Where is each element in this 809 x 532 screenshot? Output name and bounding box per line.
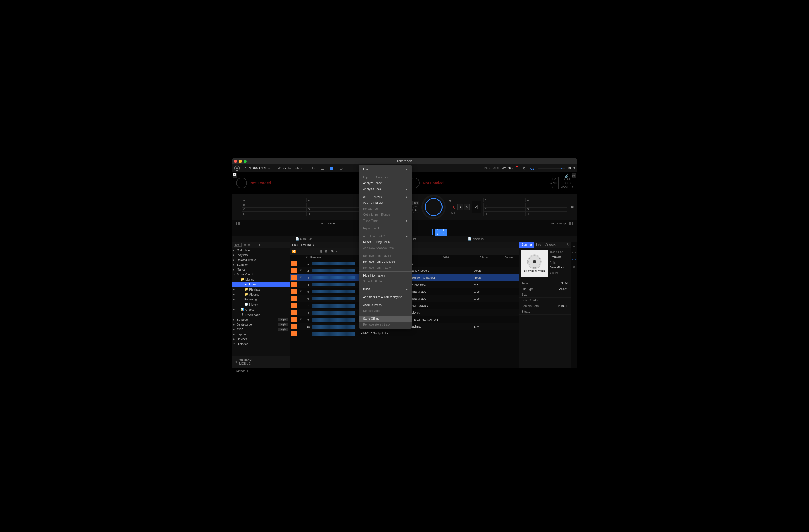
ctx-add-tracks-to-automix-playlist[interactable]: Add tracks to Automix playlist bbox=[359, 294, 412, 300]
link-rail-icon[interactable]: ⧉ bbox=[573, 265, 575, 269]
list-icon[interactable]: ☰▾ bbox=[256, 243, 260, 247]
view-icon-1[interactable]: ▭ bbox=[243, 243, 246, 247]
login-button[interactable]: Log in bbox=[278, 318, 288, 321]
ctx-analyze-track[interactable]: Analyze Track bbox=[359, 180, 412, 186]
tab-summary[interactable]: Summa bbox=[519, 242, 534, 248]
cue-button-2[interactable]: CUE bbox=[412, 200, 419, 206]
sidebar-item-playlists[interactable]: ▶📁Playlists bbox=[232, 287, 290, 292]
list-detail-icon[interactable]: ☰ bbox=[309, 250, 312, 253]
login-button[interactable]: Log in bbox=[278, 328, 288, 331]
master-volume-slider[interactable] bbox=[538, 167, 565, 169]
sidebar-item-collection[interactable]: ▸Collection bbox=[232, 248, 290, 252]
ctx-add-to-playlist[interactable]: Add To Playlist bbox=[359, 194, 412, 200]
ctx-reset-dj-play-count[interactable]: Reset DJ Play Count bbox=[359, 239, 412, 245]
volume-knob-icon[interactable] bbox=[530, 165, 535, 171]
large-art-icon[interactable]: ⊞ bbox=[324, 250, 327, 253]
beat-next-button-2[interactable]: > bbox=[464, 204, 470, 210]
list-simple-icon[interactable]: ☰ bbox=[305, 250, 307, 253]
deck-selector: 12 34 bbox=[435, 229, 447, 235]
shuffle-icon[interactable]: 🔀 bbox=[292, 250, 296, 253]
beat-value-2[interactable]: 4 bbox=[472, 201, 481, 213]
grid-icon-2[interactable]: ⊞ bbox=[570, 204, 575, 210]
sidebar-item-sampler[interactable]: ▶Sampler bbox=[232, 262, 290, 267]
link-icon[interactable]: 🔗 bbox=[564, 173, 570, 179]
sidebar-item-history[interactable]: 🕐History bbox=[232, 302, 290, 307]
info-rail-icon[interactable]: ⓘ bbox=[572, 258, 576, 262]
quantize-button[interactable]: Q bbox=[449, 206, 455, 209]
beat-prev-button-2[interactable]: < bbox=[457, 204, 463, 210]
close-icon[interactable] bbox=[234, 160, 237, 163]
ctx-add-to-tag-list[interactable]: Add To Tag List bbox=[359, 200, 412, 206]
sidebar-item-soundcloud[interactable]: ▼SoundCloud bbox=[232, 272, 290, 277]
sidebar-item-histories[interactable]: ▼Histories bbox=[232, 341, 290, 346]
pad-button[interactable]: PAD bbox=[484, 166, 490, 170]
beat-sync-button[interactable]: BEAT SYNCMASTER bbox=[561, 177, 573, 189]
list-view-toggle-icon[interactable]: ☰ bbox=[572, 237, 575, 241]
ctx-hide-information[interactable]: Hide information bbox=[359, 272, 412, 278]
hotcue-select-1[interactable]: HOT CUE bbox=[320, 222, 336, 225]
jog-wheel-small-1[interactable] bbox=[236, 178, 247, 189]
wave-rail-icon[interactable]: 〰 bbox=[572, 251, 576, 255]
ctx-remove-from-collection[interactable]: Remove from Collection bbox=[359, 259, 412, 265]
ctx-load[interactable]: Load bbox=[359, 166, 412, 172]
gear-icon[interactable]: ⚙ bbox=[521, 165, 527, 171]
sidebar-item-related-tracks[interactable]: ▶Related Tracks bbox=[232, 258, 290, 262]
layout-selector[interactable]: 2Deck Horizontal bbox=[278, 166, 303, 170]
slip-button[interactable]: SLIP bbox=[449, 199, 455, 203]
sidebar-item-itunes[interactable]: ▶iTunes bbox=[232, 267, 290, 272]
track-art-icon bbox=[291, 310, 297, 315]
search-input[interactable]: ▾ bbox=[331, 250, 337, 253]
sidebar-item-downloads[interactable]: ⬇Downloads bbox=[232, 312, 290, 317]
sidebar-item-likes[interactable]: ♥Likes bbox=[232, 282, 290, 287]
view-icon-3[interactable]: ☷ bbox=[252, 243, 255, 247]
tab-info[interactable]: Info bbox=[534, 242, 543, 248]
blank-list-3[interactable]: 📄 blank list bbox=[468, 237, 484, 241]
login-button[interactable]: Log in bbox=[278, 323, 288, 326]
sidebar-item-albums[interactable]: ▶📁Albums bbox=[232, 292, 290, 297]
sidebar-item-charts[interactable]: ▶📊Charts bbox=[232, 307, 290, 312]
sidebar-item-beatport[interactable]: ▶BeatportLog in bbox=[232, 317, 290, 322]
fx-button[interactable]: FX bbox=[311, 165, 316, 171]
track-row[interactable]: H&T01 A Soulphiction bbox=[290, 330, 519, 337]
sidebar-item-playlists[interactable]: ▶Playlists bbox=[232, 252, 290, 258]
tag-rail-icon[interactable]: 🏷 bbox=[572, 244, 576, 248]
scissors-icon[interactable]: ✂ bbox=[571, 173, 576, 179]
jog-wheel-big[interactable] bbox=[421, 195, 446, 219]
sidebar-item-devices[interactable]: ▶Devices bbox=[232, 337, 290, 341]
key-sync-button[interactable]: KEY SYNC◁ bbox=[549, 177, 557, 189]
ctx-auto-load-hot-cue: Auto Load Hot Cue bbox=[359, 233, 412, 239]
sidebar-item-following[interactable]: ▶Following bbox=[232, 297, 290, 302]
search-mobile-button[interactable]: ⊕ SEARCH MOBILE bbox=[232, 356, 290, 368]
resize-grip-icon[interactable]: ◱ bbox=[572, 369, 574, 373]
grid-view-icon[interactable] bbox=[320, 165, 326, 171]
info-row: Time06:56 bbox=[519, 281, 571, 286]
sidebar-item-tidal[interactable]: ▶TIDALLog in bbox=[232, 327, 290, 332]
play-button-2[interactable]: ▶ bbox=[412, 207, 419, 213]
tab-artwork[interactable]: Artwork bbox=[543, 242, 557, 248]
mt-button[interactable]: MT bbox=[449, 211, 455, 214]
ctx-kuvo[interactable]: KUVO bbox=[359, 286, 412, 292]
sidebar-item-explorer[interactable]: ▶Explorer bbox=[232, 332, 290, 337]
rec-icon[interactable] bbox=[339, 165, 344, 171]
midi-button[interactable]: MIDI bbox=[493, 166, 499, 170]
sort-icon[interactable]: ↕☰ bbox=[298, 250, 302, 253]
sidebar-item-beatsource[interactable]: ▶BeatsourceLog in bbox=[232, 322, 290, 327]
minimize-icon[interactable] bbox=[239, 160, 242, 163]
mode-selector[interactable]: PERFORMANCE bbox=[244, 166, 270, 170]
ctx-acquire-lyrics[interactable]: Acquire Lyrics bbox=[359, 302, 412, 308]
view-icon-2[interactable]: ▭ bbox=[247, 243, 250, 247]
maximize-icon[interactable] bbox=[244, 160, 247, 163]
small-art-icon[interactable]: ▦ bbox=[320, 250, 322, 253]
grid-icon[interactable]: ⊞ bbox=[234, 204, 239, 210]
sidebar-item-library[interactable]: ▼📁Library bbox=[232, 277, 290, 282]
track-art-icon bbox=[291, 296, 297, 301]
mixer-icon[interactable] bbox=[329, 165, 335, 171]
ctx-store-offline[interactable]: Store Offline bbox=[359, 316, 412, 321]
blank-list-1[interactable]: 📄 blank list bbox=[295, 237, 312, 241]
refresh-icon[interactable]: ↻ bbox=[566, 242, 571, 248]
tempo-slider[interactable] bbox=[432, 229, 433, 235]
ctx-analysis-lock[interactable]: Analysis Lock bbox=[359, 186, 412, 192]
hotcue-select-2[interactable]: HOT CUE bbox=[550, 222, 567, 225]
mypage-button[interactable]: MY PAGE bbox=[501, 166, 515, 170]
tag-button[interactable]: TAG bbox=[234, 243, 242, 247]
